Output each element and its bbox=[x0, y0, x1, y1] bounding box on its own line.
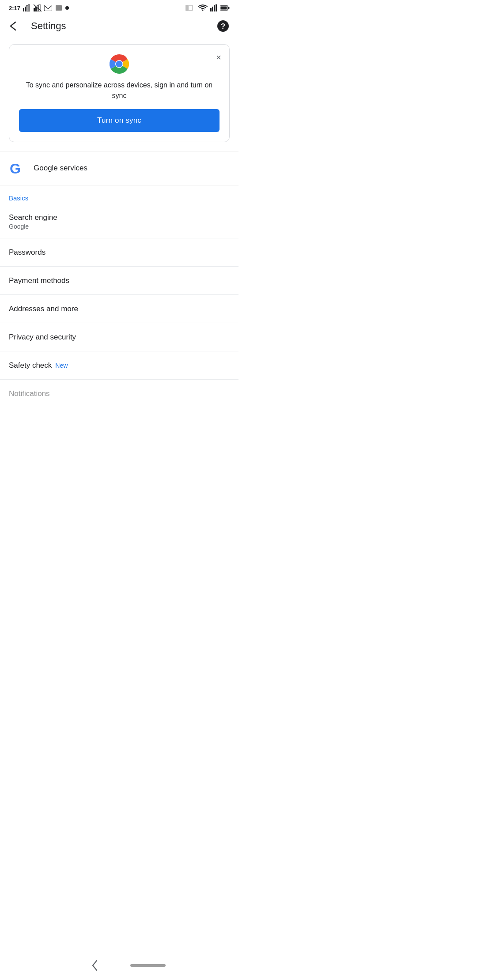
svg-rect-10 bbox=[56, 5, 62, 11]
addresses-title: Addresses and more bbox=[9, 305, 230, 313]
svg-rect-0 bbox=[23, 8, 24, 11]
svg-point-25 bbox=[116, 61, 123, 68]
search-engine-title: Search engine bbox=[9, 213, 230, 222]
cast-icon bbox=[55, 5, 63, 11]
sync-card-close-button[interactable]: × bbox=[214, 51, 223, 64]
google-g-icon: G bbox=[9, 160, 25, 176]
battery-icon bbox=[220, 5, 230, 11]
payment-methods-row[interactable]: Payment methods bbox=[0, 267, 238, 295]
toolbar-left: Settings bbox=[7, 19, 66, 33]
safety-check-inline: Safety check New bbox=[9, 361, 230, 370]
google-logo-icon: G bbox=[9, 160, 25, 176]
svg-rect-4 bbox=[34, 8, 35, 11]
svg-rect-1 bbox=[25, 7, 26, 11]
svg-rect-20 bbox=[228, 7, 230, 9]
back-arrow-icon bbox=[9, 21, 20, 31]
svg-rect-13 bbox=[186, 5, 189, 11]
passwords-title: Passwords bbox=[9, 248, 230, 257]
svg-text:?: ? bbox=[221, 22, 225, 30]
svg-point-11 bbox=[65, 6, 69, 10]
privacy-security-title: Privacy and security bbox=[9, 333, 230, 342]
back-button[interactable] bbox=[7, 19, 22, 33]
signal1-icon bbox=[23, 4, 31, 11]
svg-text:G: G bbox=[10, 161, 21, 176]
safety-check-new-badge: New bbox=[55, 362, 68, 369]
status-right bbox=[186, 4, 230, 11]
wifi-icon bbox=[198, 4, 208, 11]
sync-card: × To sync and personalize across devices… bbox=[9, 44, 230, 142]
svg-rect-19 bbox=[221, 7, 227, 10]
status-bar: 2:17 bbox=[0, 0, 238, 14]
toolbar: Settings ? bbox=[0, 14, 238, 40]
help-circle-icon: ? bbox=[216, 19, 230, 33]
turn-on-sync-button[interactable]: Turn on sync bbox=[19, 109, 220, 132]
payment-methods-title: Payment methods bbox=[9, 276, 230, 285]
search-engine-subtitle: Google bbox=[9, 223, 230, 230]
cast-active-icon bbox=[186, 4, 195, 11]
svg-rect-14 bbox=[210, 8, 212, 11]
signal-full-icon bbox=[210, 4, 217, 11]
page-title: Settings bbox=[31, 20, 66, 32]
help-button[interactable]: ? bbox=[215, 18, 231, 34]
privacy-security-row[interactable]: Privacy and security bbox=[0, 323, 238, 351]
chrome-logo-container bbox=[19, 54, 220, 74]
notifications-title: Notifications bbox=[9, 389, 230, 398]
safety-check-title: Safety check bbox=[9, 361, 52, 370]
svg-rect-3 bbox=[28, 4, 30, 11]
google-services-row[interactable]: G Google services bbox=[0, 151, 238, 185]
status-time: 2:17 bbox=[9, 5, 20, 11]
sync-card-description: To sync and personalize across devices, … bbox=[19, 80, 220, 101]
safety-check-row[interactable]: Safety check New bbox=[0, 351, 238, 380]
addresses-row[interactable]: Addresses and more bbox=[0, 295, 238, 323]
gmail-icon bbox=[44, 5, 52, 11]
signal2-icon bbox=[34, 4, 42, 11]
svg-rect-9 bbox=[44, 5, 52, 11]
svg-rect-17 bbox=[216, 4, 217, 11]
status-left: 2:17 bbox=[9, 4, 69, 11]
notifications-row[interactable]: Notifications bbox=[0, 380, 238, 408]
dot-icon bbox=[65, 6, 69, 10]
passwords-row[interactable]: Passwords bbox=[0, 238, 238, 267]
google-services-label: Google services bbox=[34, 164, 87, 173]
search-engine-row[interactable]: Search engine Google bbox=[0, 205, 238, 238]
svg-rect-16 bbox=[214, 5, 215, 11]
svg-rect-2 bbox=[26, 5, 28, 11]
chrome-logo-icon bbox=[110, 54, 129, 74]
svg-rect-15 bbox=[212, 7, 213, 11]
basics-section-header: Basics bbox=[0, 185, 238, 205]
